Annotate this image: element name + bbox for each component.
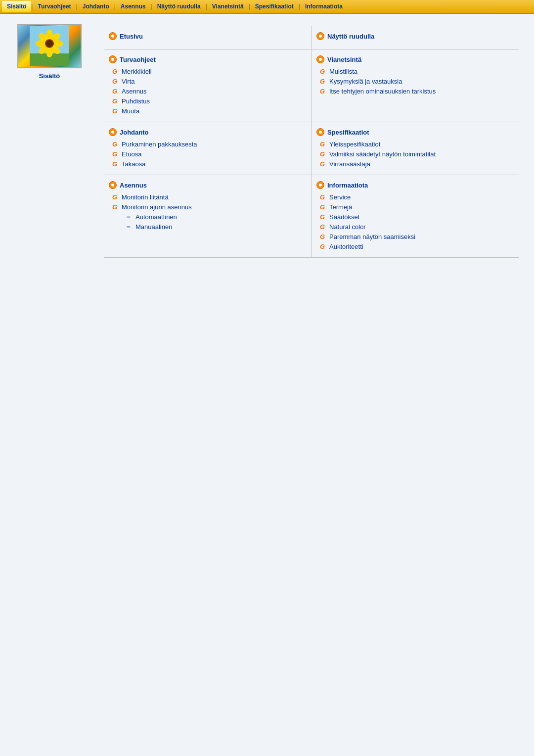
nav-item-asennus[interactable]: Asennus: [116, 1, 151, 12]
spesifikaatiot-icon: [316, 128, 324, 136]
menu-monitorin-ajurin[interactable]: G Monitorin ajurin asennus: [109, 202, 306, 212]
section-informaatiota-header: Informaatiota: [316, 181, 514, 189]
asennus-section-title[interactable]: Asennus: [120, 182, 147, 189]
etusivu-title[interactable]: Etusivu: [120, 33, 143, 40]
section-naytto: Näyttö ruudulla: [312, 26, 519, 49]
liitanta-icon: G: [111, 193, 119, 201]
etuosa-icon: G: [111, 150, 119, 158]
menu-kysymyksia[interactable]: G Kysymyksiä ja vastauksia: [316, 76, 514, 86]
menu-yleis[interactable]: G Yleisspesifikaatiot: [316, 139, 514, 149]
menu-monitorin-liitanta[interactable]: G Monitorin liitäntä: [109, 192, 306, 202]
menu-saadokset[interactable]: G Säädökset: [316, 212, 514, 222]
natural-color-icon: G: [318, 223, 326, 231]
informaatiota-icon: [316, 181, 324, 189]
muistilista-icon: G: [318, 67, 326, 75]
menu-takaosa[interactable]: G Takaosa: [109, 159, 306, 169]
nav-item-turvaohjeet[interactable]: Turvaohjeet: [33, 1, 76, 12]
content-area: Etusivu Näyttö ruudulla Turvaohjeet G Me: [94, 19, 529, 265]
sidebar-image: [17, 24, 82, 68]
termeja-icon: G: [318, 203, 326, 211]
nav-item-sisalto[interactable]: Sisältö: [2, 1, 31, 12]
section-asennus: Asennus G Monitorin liitäntä G Monitorin…: [104, 175, 312, 258]
nav-item-vianetsinta[interactable]: Vianetsintä: [207, 1, 249, 12]
sidebar: Sisältö: [5, 19, 94, 265]
menu-service[interactable]: G Service: [316, 192, 514, 202]
spesifikaatiot-title[interactable]: Spesifikaatiot: [327, 129, 369, 136]
menu-etuosa[interactable]: G Etuosa: [109, 149, 306, 159]
content-grid: Etusivu Näyttö ruudulla Turvaohjeet G Me: [104, 26, 519, 258]
ajurin-icon: G: [111, 203, 119, 211]
naytto-icon: [316, 32, 324, 40]
section-turvaohjeet-header: Turvaohjeet: [109, 55, 306, 63]
section-etusivu-header: Etusivu: [109, 32, 306, 40]
johdanto-icon: [109, 128, 117, 136]
nav-bar: Sisältö | Turvaohjeet | Johdanto | Asenn…: [0, 0, 534, 14]
merkkikieli-icon: G: [111, 67, 119, 75]
sidebar-label: Sisältö: [39, 72, 60, 80]
menu-auktoriteetti[interactable]: G Auktoriteetti: [316, 241, 514, 251]
nav-item-spesifikaatiot[interactable]: Spesifikaatiot: [250, 1, 299, 12]
vianetsinta-title[interactable]: Vianetsintä: [327, 56, 361, 63]
menu-manuaalinen[interactable]: – Manuaalinen: [109, 222, 306, 232]
menu-termeja[interactable]: G Termejä: [316, 202, 514, 212]
menu-asennus[interactable]: G Asennus: [109, 86, 306, 96]
etusivu-icon: [109, 32, 117, 40]
virta-icon: G: [111, 77, 119, 85]
menu-itse-tehtyjen[interactable]: G Itse tehtyjen ominaisuuksien tarkistus: [316, 86, 514, 96]
section-johdanto-header: Johdanto: [109, 128, 306, 136]
auktoriteetti-icon: G: [318, 242, 326, 250]
saadokset-icon: G: [318, 213, 326, 221]
menu-merkkikieli[interactable]: G Merkkikieli: [109, 66, 306, 76]
nav-item-informaatiota[interactable]: Informaatiota: [300, 1, 348, 12]
service-icon: G: [318, 193, 326, 201]
asennus-section-icon: [109, 181, 117, 189]
virransaastaja-icon: G: [318, 160, 326, 168]
menu-natural-color[interactable]: G Natural color: [316, 222, 514, 232]
menu-automaattinen[interactable]: – Automaattinen: [109, 212, 306, 222]
vianetsinta-icon: [316, 55, 324, 63]
puhdistus-icon: G: [111, 97, 119, 105]
menu-muuta[interactable]: G Muuta: [109, 106, 306, 116]
section-vianetsinta-header: Vianetsintä: [316, 55, 514, 63]
section-turvaohjeet: Turvaohjeet G Merkkikieli G Virta G Asen…: [104, 49, 312, 122]
manuaalinen-icon: –: [125, 223, 133, 231]
section-spesifikaatiot-header: Spesifikaatiot: [316, 128, 514, 136]
main-container: Sisältö Etusivu Näyttö ruudulla: [0, 14, 534, 270]
section-spesifikaatiot: Spesifikaatiot G Yleisspesifikaatiot G V…: [312, 122, 519, 175]
menu-valmiiksi[interactable]: G Valmiiksi säädetyt näytön toimintatila…: [316, 149, 514, 159]
itse-tehtyjen-icon: G: [318, 87, 326, 95]
naytto-title[interactable]: Näyttö ruudulla: [327, 33, 374, 40]
section-informaatiota: Informaatiota G Service G Termejä G Sääd…: [312, 175, 519, 258]
informaatiota-title[interactable]: Informaatiota: [327, 182, 368, 189]
purkaminen-icon: G: [111, 140, 119, 148]
section-asennus-header: Asennus: [109, 181, 306, 189]
section-etusivu: Etusivu: [104, 26, 312, 49]
nav-item-naytto[interactable]: Näyttö ruudulla: [152, 1, 206, 12]
section-vianetsinta: Vianetsintä G Muistilista G Kysymyksiä j…: [312, 49, 519, 122]
menu-puhdistus[interactable]: G Puhdistus: [109, 96, 306, 106]
nav-item-johdanto[interactable]: Johdanto: [78, 1, 114, 12]
muuta-icon: G: [111, 107, 119, 115]
turvaohjeet-icon: [109, 55, 117, 63]
valmiiksi-icon: G: [318, 150, 326, 158]
yleis-icon: G: [318, 140, 326, 148]
menu-muistilista[interactable]: G Muistilista: [316, 66, 514, 76]
menu-paremman[interactable]: G Paremman näytön saamiseksi: [316, 232, 514, 241]
menu-virransaastaja[interactable]: G Virransäästäjä: [316, 159, 514, 169]
automaattinen-icon: –: [125, 213, 133, 221]
svg-point-12: [46, 40, 53, 47]
section-naytto-header: Näyttö ruudulla: [316, 32, 514, 40]
menu-purkaminen[interactable]: G Purkaminen pakkauksesta: [109, 139, 306, 149]
takaosa-icon: G: [111, 160, 119, 168]
turvaohjeet-title[interactable]: Turvaohjeet: [120, 56, 156, 63]
johdanto-title[interactable]: Johdanto: [120, 129, 149, 136]
paremman-icon: G: [318, 233, 326, 240]
asennus-icon: G: [111, 87, 119, 95]
section-johdanto: Johdanto G Purkaminen pakkauksesta G Etu…: [104, 122, 312, 175]
menu-virta[interactable]: G Virta: [109, 76, 306, 86]
kysymyksia-icon: G: [318, 77, 326, 85]
